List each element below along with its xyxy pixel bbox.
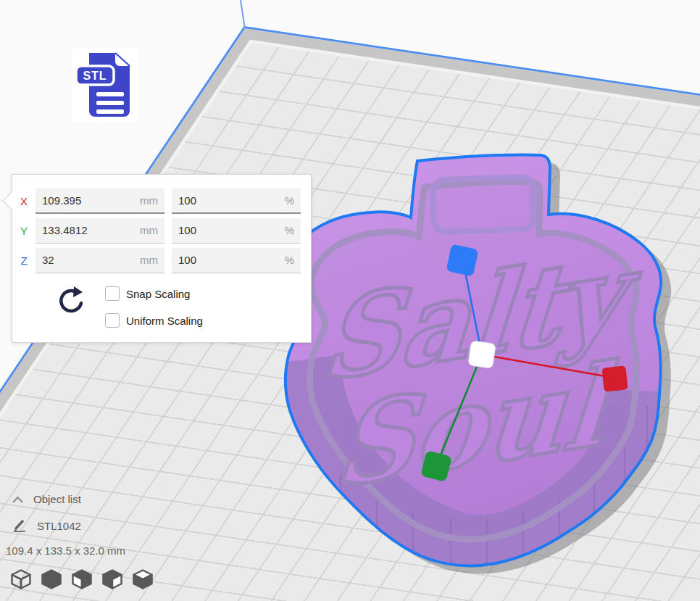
y-size-unit: mm xyxy=(140,224,158,236)
x-percent-input[interactable]: 100 % xyxy=(172,188,301,214)
stl-file-tile[interactable]: STL xyxy=(72,48,138,122)
scale-row-y: Y 133.4812 mm 100 % xyxy=(12,217,311,244)
object-list-toggle[interactable]: Object list xyxy=(12,493,81,505)
snap-scaling-label: Snap Scaling xyxy=(126,288,190,300)
pencil-icon xyxy=(12,518,28,534)
model-dimensions: 109.4 x 133.5 x 32.0 mm xyxy=(6,544,125,557)
cube-top-face-icon xyxy=(132,568,154,590)
view-3d-button[interactable] xyxy=(10,568,32,590)
y-size-input[interactable]: 133.4812 mm xyxy=(36,218,164,244)
object-list-label: Object list xyxy=(33,493,81,505)
camera-view-toolbar xyxy=(10,568,154,590)
z-axis-label: Z xyxy=(12,254,36,267)
x-scale-handle[interactable] xyxy=(601,365,628,391)
z-size-value: 32 xyxy=(42,254,54,266)
cube-solid-icon xyxy=(41,568,62,590)
x-percent-unit: % xyxy=(285,194,294,207)
cube-front-face-icon xyxy=(71,568,93,590)
z-percent-unit: % xyxy=(285,254,294,266)
z-percent-input[interactable]: 100 % xyxy=(172,248,301,273)
z-size-unit: mm xyxy=(140,254,158,266)
view-right-button[interactable] xyxy=(132,568,154,590)
z-scale-handle[interactable] xyxy=(446,244,478,276)
cube-right-face-icon xyxy=(101,568,123,590)
scale-tool-panel: X 109.395 mm 100 % Y 133.4812 mm 100 % Z… xyxy=(12,174,312,343)
stl-file-icon: STL xyxy=(75,50,136,120)
y-percent-input[interactable]: 100 % xyxy=(172,218,301,244)
x-size-value: 109.395 xyxy=(42,194,81,207)
center-scale-handle[interactable] xyxy=(468,341,496,368)
stl-icon-label: STL xyxy=(83,70,107,82)
z-percent-value: 100 xyxy=(178,254,196,266)
x-size-unit: mm xyxy=(140,194,158,207)
x-percent-value: 100 xyxy=(178,194,196,207)
snap-scaling-checkbox[interactable] xyxy=(105,286,120,301)
plate-corner-line xyxy=(241,0,245,29)
reset-arrow-icon xyxy=(57,286,86,318)
y-percent-value: 100 xyxy=(178,224,196,236)
chevron-up-icon xyxy=(12,495,24,504)
scale-row-z: Z 32 mm 100 % xyxy=(12,247,311,273)
view-left-button[interactable] xyxy=(101,568,123,590)
view-top-button[interactable] xyxy=(71,568,93,590)
y-axis-label: Y xyxy=(12,225,36,237)
x-size-input[interactable]: 109.395 mm xyxy=(36,188,164,214)
y-percent-unit: % xyxy=(285,224,294,236)
view-front-button[interactable] xyxy=(41,568,62,590)
object-name-row[interactable]: STL1042 xyxy=(12,518,81,534)
object-name: STL1042 xyxy=(37,520,81,532)
y-size-value: 133.4812 xyxy=(42,224,88,236)
uniform-scaling-label: Uniform Scaling xyxy=(126,315,203,327)
z-size-input[interactable]: 32 mm xyxy=(36,248,164,273)
cube-3d-icon xyxy=(10,568,32,590)
scale-row-x: X 109.395 mm 100 % xyxy=(12,188,311,214)
reset-scale-button[interactable] xyxy=(54,283,88,320)
uniform-scaling-checkbox[interactable] xyxy=(105,313,120,328)
